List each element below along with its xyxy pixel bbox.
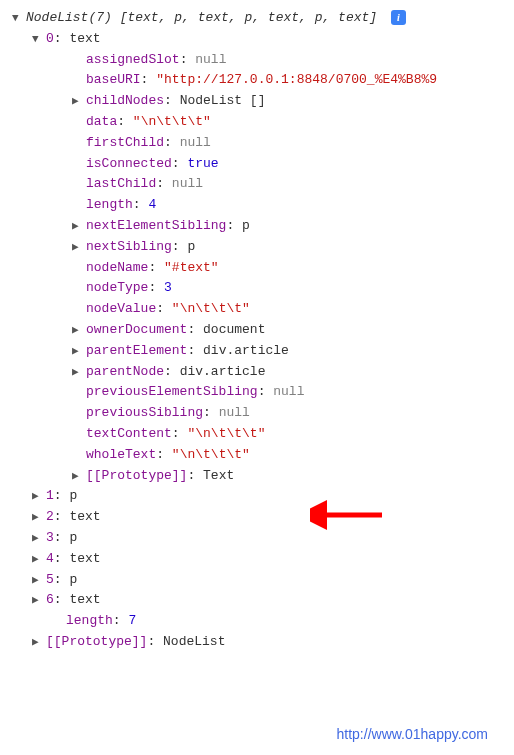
expand-arrow-icon[interactable]: ▶ (72, 93, 86, 111)
property-key: 1 (46, 488, 54, 503)
property-value: text (69, 551, 100, 566)
property-key: baseURI (86, 72, 141, 87)
watermark: http://www.01happy.com (337, 723, 488, 745)
property-value: "#text" (164, 260, 219, 275)
property-row-nodeName: nodeName: "#text" (12, 258, 502, 279)
expand-arrow-icon[interactable]: ▶ (72, 468, 86, 486)
property-value: null (219, 405, 250, 420)
property-key: parentElement (86, 343, 187, 358)
property-key: childNodes (86, 93, 164, 108)
property-key: previousSibling (86, 405, 203, 420)
property-value: 4 (148, 197, 156, 212)
expand-arrow-icon[interactable]: ▼ (32, 31, 46, 49)
property-value: null (172, 176, 203, 191)
property-value: document (203, 322, 265, 337)
expand-arrow-icon[interactable]: ▶ (32, 551, 46, 569)
expand-arrow-icon[interactable]: ▶ (72, 364, 86, 382)
property-key: lastChild (86, 176, 156, 191)
property-value: p (69, 530, 77, 545)
property-row-nodeValue: nodeValue: "\n\t\t\t" (12, 299, 502, 320)
length-row: length: 7 (12, 611, 502, 632)
property-key: 6 (46, 592, 54, 607)
property-row-parentElement[interactable]: ▶parentElement: div.article (12, 341, 502, 362)
property-row-firstChild: firstChild: null (12, 133, 502, 154)
property-row-childNodes[interactable]: ▶childNodes: NodeList [] (12, 91, 502, 112)
expand-arrow-icon[interactable]: ▶ (72, 218, 86, 236)
nodelist-header-row[interactable]: ▼ NodeList(7) [text, p, text, p, text, p… (12, 8, 502, 29)
property-key: ownerDocument (86, 322, 187, 337)
expand-arrow-icon[interactable]: ▶ (32, 530, 46, 548)
property-row-isConnected: isConnected: true (12, 154, 502, 175)
property-key: isConnected (86, 156, 172, 171)
property-row-nextSibling[interactable]: ▶nextSibling: p (12, 237, 502, 258)
property-row-lastChild: lastChild: null (12, 174, 502, 195)
property-key: 0 (46, 31, 54, 46)
property-key: previousElementSibling (86, 384, 258, 399)
property-key: length (66, 613, 113, 628)
property-value: "http://127.0.0.1:8848/0700_%E4%B8%9 (156, 72, 437, 87)
prototype-row[interactable]: ▶ [[Prototype]]: NodeList (12, 632, 502, 653)
property-row-nextElementSibling[interactable]: ▶nextElementSibling: p (12, 216, 502, 237)
property-key: nextSibling (86, 239, 172, 254)
property-key: 2 (46, 509, 54, 524)
property-value: div.article (180, 364, 266, 379)
property-value: p (69, 488, 77, 503)
property-value: NodeList (163, 634, 225, 649)
property-row-nodeType: nodeType: 3 (12, 278, 502, 299)
property-key: textContent (86, 426, 172, 441)
property-key: [[Prototype]] (86, 468, 187, 483)
property-row-prototype[interactable]: ▶[[Prototype]]: Text (12, 466, 502, 487)
property-value: "\n\t\t\t" (172, 447, 250, 462)
item-4-row[interactable]: ▶4: text (12, 549, 502, 570)
expand-arrow-icon[interactable]: ▶ (32, 592, 46, 610)
property-key: nodeValue (86, 301, 156, 316)
property-row-parentNode[interactable]: ▶parentNode: div.article (12, 362, 502, 383)
property-value: p (242, 218, 250, 233)
expand-arrow-icon[interactable]: ▶ (32, 572, 46, 590)
item-1-row[interactable]: ▶1: p (12, 486, 502, 507)
expand-arrow-icon[interactable]: ▶ (32, 509, 46, 527)
property-value: Text (203, 468, 234, 483)
expand-arrow-icon[interactable]: ▶ (32, 488, 46, 506)
property-row-ownerDocument[interactable]: ▶ownerDocument: document (12, 320, 502, 341)
property-key: firstChild (86, 135, 164, 150)
property-row-length: length: 4 (12, 195, 502, 216)
property-key: parentNode (86, 364, 164, 379)
property-value: null (195, 52, 226, 67)
property-key: nextElementSibling (86, 218, 226, 233)
property-value: null (180, 135, 211, 150)
property-key: 4 (46, 551, 54, 566)
property-value: NodeList [] (180, 93, 266, 108)
expand-arrow-icon[interactable]: ▶ (72, 239, 86, 257)
property-key: data (86, 114, 117, 129)
property-value: text (69, 592, 100, 607)
property-row-baseURI: baseURI: "http://127.0.0.1:8848/0700_%E4… (12, 70, 502, 91)
property-value: 7 (128, 613, 136, 628)
expand-arrow-icon[interactable]: ▶ (32, 634, 46, 652)
property-row-data: data: "\n\t\t\t" (12, 112, 502, 133)
property-key: [[Prototype]] (46, 634, 147, 649)
nodelist-preview: [text, p, text, p, text, p, text] (120, 10, 377, 25)
property-key: 5 (46, 572, 54, 587)
info-icon[interactable]: i (391, 10, 406, 25)
annotation-arrow-icon (310, 500, 390, 530)
expand-arrow-icon[interactable]: ▼ (12, 10, 26, 28)
property-key: nodeType (86, 280, 148, 295)
property-value: "\n\t\t\t" (187, 426, 265, 441)
property-value: p (69, 572, 77, 587)
expand-arrow-icon[interactable]: ▶ (72, 343, 86, 361)
item-2-row[interactable]: ▶2: text (12, 507, 502, 528)
property-key: nodeName (86, 260, 148, 275)
property-key: assignedSlot (86, 52, 180, 67)
property-value: true (187, 156, 218, 171)
item-6-row[interactable]: ▶6: text (12, 590, 502, 611)
property-row-textContent: textContent: "\n\t\t\t" (12, 424, 502, 445)
property-value: null (273, 384, 304, 399)
item-5-row[interactable]: ▶5: p (12, 570, 502, 591)
property-key: wholeText (86, 447, 156, 462)
expand-arrow-icon[interactable]: ▶ (72, 322, 86, 340)
property-value: text (69, 509, 100, 524)
property-row-wholeText: wholeText: "\n\t\t\t" (12, 445, 502, 466)
item-0-row[interactable]: ▼ 0: text (12, 29, 502, 50)
item-3-row[interactable]: ▶3: p (12, 528, 502, 549)
